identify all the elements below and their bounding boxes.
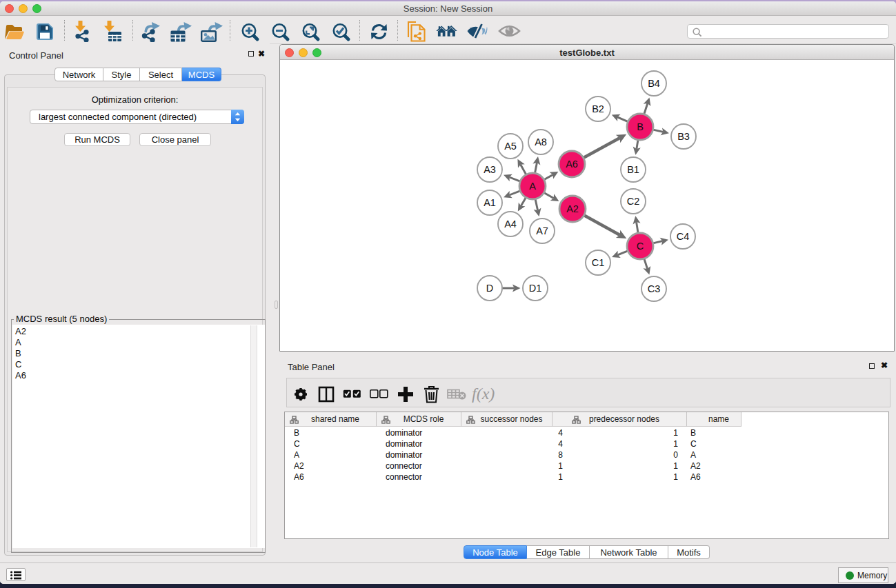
svg-text:A7: A7 bbox=[536, 225, 548, 236]
svg-text:B2: B2 bbox=[592, 103, 604, 114]
svg-text:D1: D1 bbox=[529, 283, 542, 294]
svg-text:C: C bbox=[637, 241, 644, 252]
svg-text:A8: A8 bbox=[535, 136, 547, 148]
svg-text:B: B bbox=[637, 121, 644, 132]
svg-text:B3: B3 bbox=[677, 131, 690, 142]
svg-text:D: D bbox=[486, 283, 493, 294]
svg-text:A: A bbox=[529, 181, 536, 192]
svg-text:A1: A1 bbox=[484, 197, 496, 208]
svg-text:C4: C4 bbox=[677, 231, 690, 242]
svg-text:A5: A5 bbox=[504, 141, 517, 152]
svg-text:B1: B1 bbox=[627, 164, 639, 175]
svg-text:A2: A2 bbox=[566, 203, 579, 214]
svg-text:C3: C3 bbox=[648, 283, 661, 294]
svg-text:A3: A3 bbox=[484, 164, 496, 175]
svg-text:C1: C1 bbox=[592, 257, 605, 268]
svg-text:B4: B4 bbox=[648, 78, 660, 89]
svg-text:A6: A6 bbox=[566, 159, 578, 170]
svg-text:A4: A4 bbox=[504, 219, 517, 230]
svg-text:C2: C2 bbox=[627, 196, 640, 207]
